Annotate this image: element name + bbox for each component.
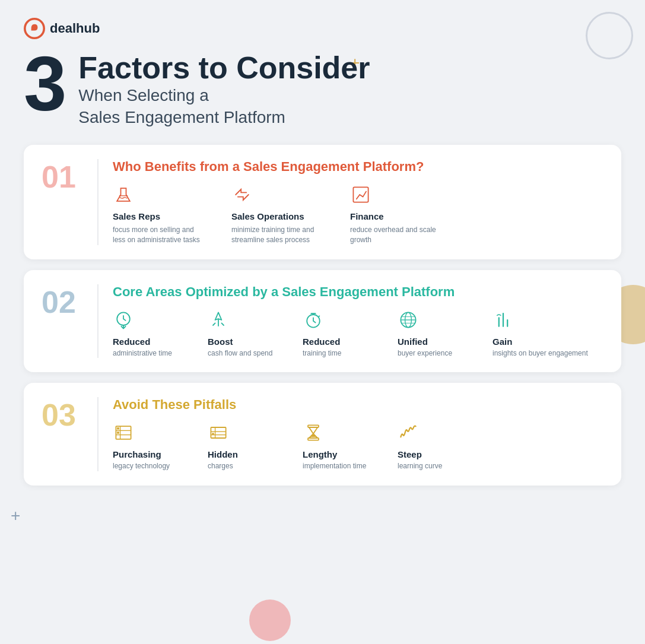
- card-03: 03 Avoid These Pitfalls Purchasing: [24, 383, 621, 486]
- item-lengthy-impl: Lengthy implementation time: [303, 422, 374, 471]
- dealhub-logo-icon: [24, 18, 45, 39]
- item-title-unified-buyer: Unified buyer experience: [398, 337, 469, 359]
- card-title-01: Who Benefits from a Sales Engagement Pla…: [113, 159, 603, 175]
- item-gain-insights: Gain insights on buyer engagement: [493, 309, 588, 359]
- item-reduced-admin: Reduced administrative time: [113, 309, 184, 359]
- card-divider-03: [97, 397, 99, 471]
- item-title-legacy-tech: Purchasing legacy technology: [113, 449, 184, 471]
- card-number-02: 02: [42, 284, 83, 318]
- page-header: 3 Factors to Consider When Selecting a S…: [24, 51, 621, 128]
- item-title-reduced-training: Reduced training time: [303, 337, 374, 359]
- item-legacy-tech: Purchasing legacy technology: [113, 422, 184, 471]
- svg-rect-30: [308, 438, 319, 440]
- item-steep-curve: Steep learning curve: [398, 422, 469, 471]
- stopwatch-icon: [303, 309, 324, 331]
- item-finance: Finance reduce overhead and scale growth: [350, 184, 445, 245]
- deco-circle-bottom-center: [249, 599, 291, 641]
- card-title-03: Avoid These Pitfalls: [113, 397, 603, 413]
- page-subtitle: When Selecting a Sales Engagement Platfo…: [78, 85, 370, 128]
- svg-rect-22: [117, 432, 119, 434]
- item-desc-sales-reps: focus more on selling and less on admini…: [113, 225, 208, 245]
- card-content-01: Who Benefits from a Sales Engagement Pla…: [113, 159, 603, 245]
- card-02: 02 Core Areas Optimized by a Sales Engag…: [24, 270, 621, 373]
- globe-icon: [398, 309, 419, 331]
- card-number-03: 03: [42, 397, 83, 430]
- item-title-gain-insights: Gain insights on buyer engagement: [493, 337, 588, 359]
- logo: dealhub: [24, 18, 621, 39]
- card-content-02: Core Areas Optimized by a Sales Engageme…: [113, 284, 603, 359]
- card-01: 01 Who Benefits from a Sales Engagement …: [24, 145, 621, 259]
- svg-point-28: [212, 433, 214, 435]
- big-number: 3: [24, 45, 66, 122]
- header-text: Factors to Consider When Selecting a Sal…: [78, 51, 370, 128]
- item-title-reduced-admin: Reduced administrative time: [113, 337, 184, 359]
- item-title-lengthy-impl: Lengthy implementation time: [303, 449, 374, 471]
- card-number-01: 01: [42, 159, 83, 192]
- item-hidden-charges: Hidden charges: [208, 422, 279, 471]
- svg-rect-2: [353, 187, 368, 202]
- page-title: Factors to Consider: [78, 51, 370, 85]
- item-sales-reps: Sales Reps focus more on selling and les…: [113, 184, 208, 245]
- card-divider-02: [97, 284, 99, 359]
- svg-rect-24: [211, 427, 225, 438]
- card-divider-01: [97, 159, 99, 245]
- item-reduced-training: Reduced training time: [303, 309, 374, 359]
- charges-icon: [208, 422, 229, 443]
- arrows-icon: [231, 184, 253, 205]
- item-desc-sales-ops: minimize training time and streamline sa…: [231, 225, 326, 245]
- item-boost-cash: Boost cash flow and spend: [208, 309, 279, 359]
- insights-icon: [493, 309, 514, 331]
- card-content-03: Avoid These Pitfalls Purchasing legacy: [113, 397, 603, 471]
- card-title-02: Core Areas Optimized by a Sales Engageme…: [113, 284, 603, 300]
- item-title-steep-curve: Steep learning curve: [398, 449, 469, 471]
- card-items-row-03: Purchasing legacy technology Hidden: [113, 422, 603, 471]
- item-title-hidden-charges: Hidden charges: [208, 449, 279, 471]
- item-title-boost-cash: Boost cash flow and spend: [208, 337, 279, 359]
- logo-text: dealhub: [50, 21, 100, 36]
- card-items-row-02: Reduced administrative time Boost cash f: [113, 309, 603, 359]
- chart-icon: [350, 184, 371, 205]
- legacy-icon: [113, 422, 134, 443]
- item-unified-buyer: Unified buyer experience: [398, 309, 469, 359]
- item-title-finance: Finance: [350, 211, 445, 221]
- svg-rect-29: [308, 426, 319, 428]
- item-title-sales-ops: Sales Operations: [231, 211, 326, 221]
- item-title-sales-reps: Sales Reps: [113, 211, 208, 221]
- flask-icon: [113, 184, 134, 205]
- item-desc-finance: reduce overhead and scale growth: [350, 225, 445, 245]
- rocket-icon: [208, 309, 229, 331]
- svg-line-9: [319, 315, 320, 316]
- item-sales-ops: Sales Operations minimize training time …: [231, 184, 326, 245]
- curve-icon: [398, 422, 419, 443]
- main-container: dealhub 3 Factors to Consider When Selec…: [0, 0, 645, 514]
- clock-down-icon: [113, 309, 134, 331]
- svg-rect-23: [117, 427, 119, 430]
- hourglass-icon: [303, 422, 324, 443]
- card-items-row-01: Sales Reps focus more on selling and les…: [113, 184, 603, 245]
